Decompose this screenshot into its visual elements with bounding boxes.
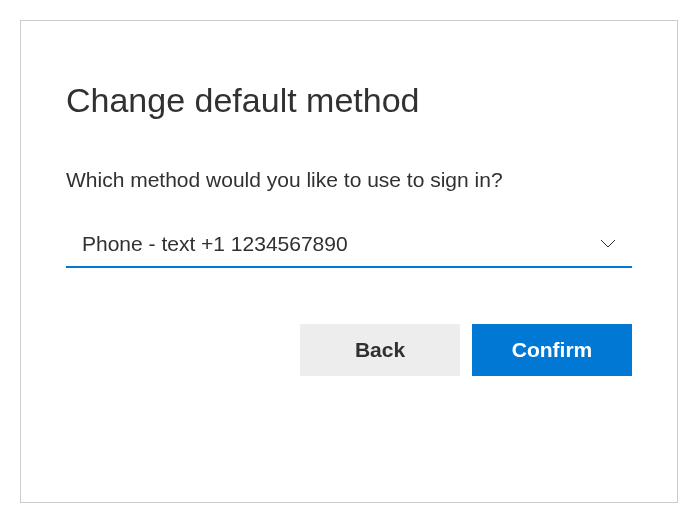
- dropdown-selected-value: Phone - text +1 1234567890: [82, 232, 348, 256]
- button-row: Back Confirm: [66, 324, 632, 376]
- chevron-down-icon: [600, 236, 616, 252]
- dialog-prompt: Which method would you like to use to si…: [66, 168, 632, 192]
- method-dropdown[interactable]: Phone - text +1 1234567890: [66, 224, 632, 268]
- change-default-method-dialog: Change default method Which method would…: [20, 20, 678, 503]
- back-button[interactable]: Back: [300, 324, 460, 376]
- dialog-title: Change default method: [66, 81, 632, 120]
- confirm-button[interactable]: Confirm: [472, 324, 632, 376]
